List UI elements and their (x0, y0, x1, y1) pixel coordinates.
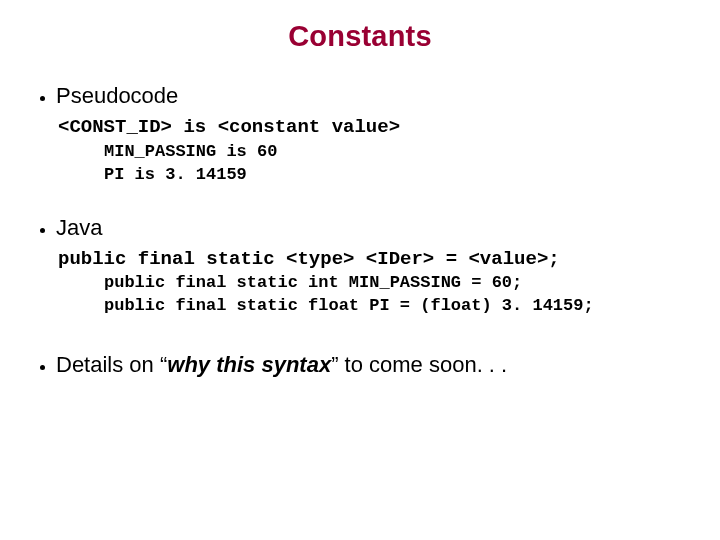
pseudocode-template: <CONST_ID> is <constant value> (58, 115, 690, 141)
bullet-java-label: Java (56, 215, 102, 240)
bullet-java: Java public final static <type> <IDer> =… (56, 215, 690, 319)
slide-title: Constants (30, 20, 690, 53)
java-example-2: public final static float PI = (float) 3… (104, 295, 690, 318)
details-suffix: to come soon. . . (338, 352, 507, 377)
java-block: public final static <type> <IDer> = <val… (58, 247, 690, 319)
pseudocode-block: <CONST_ID> is <constant value> MIN_PASSI… (58, 115, 690, 187)
bullet-pseudocode: Pseudocode <CONST_ID> is <constant value… (56, 83, 690, 187)
slide: Constants Pseudocode <CONST_ID> is <cons… (0, 0, 720, 540)
java-example-1: public final static int MIN_PASSING = 60… (104, 272, 690, 295)
bullet-details: Details on “why this syntax” to come soo… (56, 352, 690, 378)
details-why: why this syntax (167, 352, 331, 377)
pseudocode-example-2: PI is 3. 14159 (104, 164, 690, 187)
details-text: Details on “why this syntax” to come soo… (56, 352, 507, 377)
bullet-list: Pseudocode <CONST_ID> is <constant value… (30, 83, 690, 378)
pseudocode-example-1: MIN_PASSING is 60 (104, 141, 690, 164)
java-template: public final static <type> <IDer> = <val… (58, 247, 690, 273)
details-prefix: Details on (56, 352, 160, 377)
bullet-pseudocode-label: Pseudocode (56, 83, 178, 108)
